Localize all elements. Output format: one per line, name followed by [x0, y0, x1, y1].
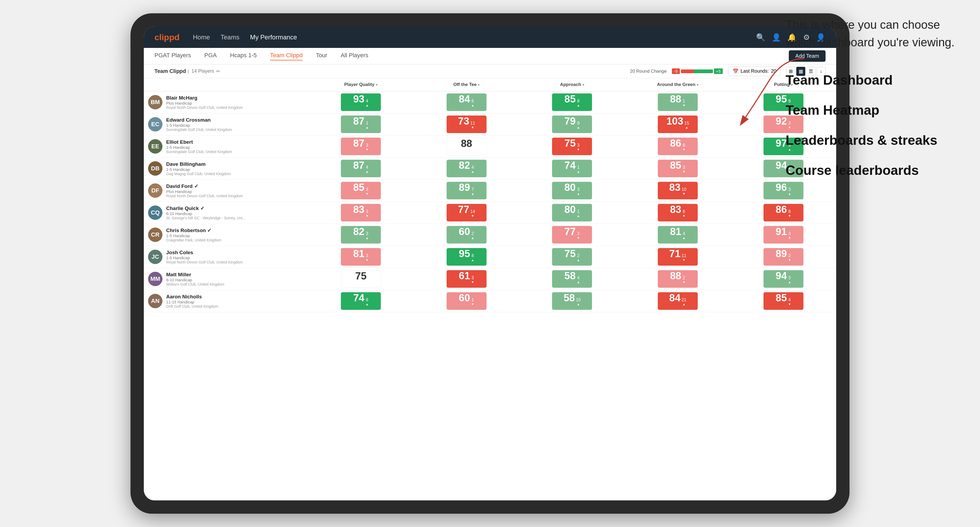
change-pos: +5 [714, 68, 723, 74]
player-name: Josh Coles [166, 250, 243, 256]
main-content: Player Quality ▾ Off the Tee ▾ Approach … [144, 78, 836, 500]
player-handicap: 1-5 Handicap [166, 233, 221, 238]
col-header-off-tee[interactable]: Off the Tee ▾ [414, 78, 520, 91]
player-name: Chris Robertson ✓ [166, 227, 221, 233]
nav-link-my-performance[interactable]: My Performance [250, 33, 297, 41]
score-value: 83 [669, 182, 680, 193]
table-row[interactable]: ECEdward Crossman1-5 HandicapSunningdale… [144, 113, 836, 135]
table-row[interactable]: EEElliot Ebert1-5 HandicapSunningdale Go… [144, 135, 836, 157]
sub-nav-tour[interactable]: Tour [316, 52, 327, 60]
sub-nav-pga[interactable]: PGA [204, 52, 216, 60]
score-value: 82 [459, 160, 470, 171]
player-cell: CQCharlie Quick ✓6-10 HandicapSt. George… [144, 202, 308, 224]
score-cell-around_green: 7111▼ [625, 246, 731, 268]
score-cell-putting: 892▼ [730, 246, 836, 268]
table-row[interactable]: DFDavid Ford ✓Plus HandicapRoyal North D… [144, 179, 836, 202]
player-cell: ANAaron Nicholls11-15 HandicapDrift Golf… [144, 290, 308, 312]
score-delta: 11▼ [470, 121, 475, 129]
tablet-screen: clippd Home Teams My Performance 🔍 👤 🔔 ⚙… [144, 27, 836, 500]
col-header-player [144, 78, 308, 91]
annotation-item-dashboard: Team Dashboard [786, 72, 972, 88]
team-player-count: 14 Players [191, 68, 214, 74]
score-value: 79 [564, 116, 576, 127]
player-club: Sunningdale Golf Club, United Kingdom [166, 149, 232, 154]
tablet-frame: clippd Home Teams My Performance 🔍 👤 🔔 ⚙… [130, 13, 850, 514]
score-delta: 21▲ [681, 298, 686, 306]
player-name: Matt Miller [166, 272, 224, 278]
score-cell-off_tee: 602▲ [414, 224, 520, 246]
score-value: 88 [670, 270, 681, 282]
player-club: Woburn Golf Club, United Kingdom [166, 282, 224, 286]
annotation-menu-list: Team Dashboard Team Heatmap Leaderboards… [786, 72, 972, 178]
col-header-quality[interactable]: Player Quality ▾ [308, 78, 414, 91]
score-delta: 3▲ [788, 275, 791, 284]
player-handicap: Plus Handicap [166, 101, 243, 105]
col-header-approach[interactable]: Approach ▾ [519, 78, 625, 91]
table-row[interactable]: ANAaron Nicholls11-15 HandicapDrift Golf… [144, 290, 836, 312]
score-cell-player_quality: 934▲ [308, 91, 414, 113]
col-header-around-green[interactable]: Around the Green ▾ [625, 78, 731, 91]
sub-nav-all-players[interactable]: All Players [340, 52, 368, 60]
search-icon[interactable]: 🔍 [756, 33, 765, 42]
score-cell-around_green: 814▲ [625, 224, 731, 246]
sub-nav-pgat[interactable]: PGAT Players [154, 52, 191, 60]
score-value: 82 [353, 226, 364, 237]
score-cell-approach: 584▲ [519, 268, 625, 290]
user-icon[interactable]: 👤 [772, 33, 781, 42]
score-value: 103 [666, 116, 683, 127]
score-cell-approach: 752▲ [519, 246, 625, 268]
score-delta: 1▼ [471, 298, 474, 306]
score-value: 84 [669, 292, 680, 304]
nav-logo: clippd [154, 32, 180, 42]
player-avatar: JC [148, 250, 162, 264]
player-cell: EEElliot Ebert1-5 HandicapSunningdale Go… [144, 135, 308, 157]
score-value: 80 [564, 182, 576, 193]
score-delta: 3▼ [471, 275, 474, 284]
table-row[interactable]: CRChris Robertson ✓1-5 HandicapCraigmill… [144, 224, 836, 246]
score-cell-putting: 913▼ [730, 224, 836, 246]
score-value: 74 [353, 292, 364, 304]
nav-link-teams[interactable]: Teams [221, 33, 239, 41]
table-row[interactable]: DBDave Billingham1-5 HandicapGog Magog G… [144, 157, 836, 179]
player-club: Drift Golf Club, United Kingdom [166, 304, 218, 308]
edit-icon[interactable]: ✏ [216, 68, 220, 74]
sub-nav-team-clippd[interactable]: Team Clippd [270, 52, 302, 60]
last-rounds-value: 20 [771, 68, 776, 74]
score-value: 61 [459, 270, 470, 282]
player-club: Royal North Devon Golf Club, United King… [166, 194, 243, 198]
score-cell-player_quality: 75 [308, 268, 414, 290]
player-club: Gog Magog Golf Club, United Kingdom [166, 171, 231, 176]
score-delta: 4▲ [365, 99, 369, 107]
score-cell-approach: 858▲ [519, 91, 625, 113]
score-cell-player_quality: 833▼ [308, 202, 414, 224]
score-delta: 3▼ [577, 231, 580, 240]
player-handicap: 1-5 Handicap [166, 256, 243, 260]
score-cell-off_tee: 846▲ [414, 91, 520, 113]
score-value: 94 [776, 160, 787, 171]
score-delta: 2▼ [788, 253, 791, 262]
score-delta: 10▼ [681, 187, 686, 195]
calendar-icon: 📅 [733, 68, 738, 74]
table-row[interactable]: MMMatt Miller6-10 HandicapWoburn Golf Cl… [144, 268, 836, 290]
player-handicap: Plus Handicap [166, 189, 243, 194]
change-neg: -5 [672, 68, 679, 74]
score-value: 84 [459, 94, 470, 105]
table-row[interactable]: BMBlair McHargPlus HandicapRoyal North D… [144, 91, 836, 113]
score-value: 58 [563, 292, 575, 304]
last-rounds-button[interactable]: 📅 Last Rounds: 20 [728, 67, 781, 76]
score-value: 60 [459, 292, 470, 304]
score-cell-off_tee: 7714▼ [414, 202, 520, 224]
sub-nav-hcaps[interactable]: Hcaps 1-5 [230, 52, 257, 60]
score-cell-around_green: 882▼ [625, 268, 731, 290]
table-row[interactable]: CQCharlie Quick ✓6-10 HandicapSt. George… [144, 202, 836, 224]
player-avatar: CQ [148, 205, 162, 220]
table-row[interactable]: JCJosh Coles1-5 HandicapRoyal North Devo… [144, 246, 836, 268]
score-value: 89 [776, 248, 787, 259]
nav-link-home[interactable]: Home [193, 33, 210, 41]
player-cell: BMBlair McHargPlus HandicapRoyal North D… [144, 91, 308, 113]
player-rows: BMBlair McHargPlus HandicapRoyal North D… [144, 91, 836, 312]
annotation-item-heatmap: Team Heatmap [786, 103, 972, 118]
team-bar: Team Clippd | 14 Players ✏ 20 Round Chan… [144, 64, 836, 78]
player-club: Sunningdale Golf Club, United Kingdom [166, 127, 232, 132]
team-name: Team Clippd [154, 68, 186, 74]
